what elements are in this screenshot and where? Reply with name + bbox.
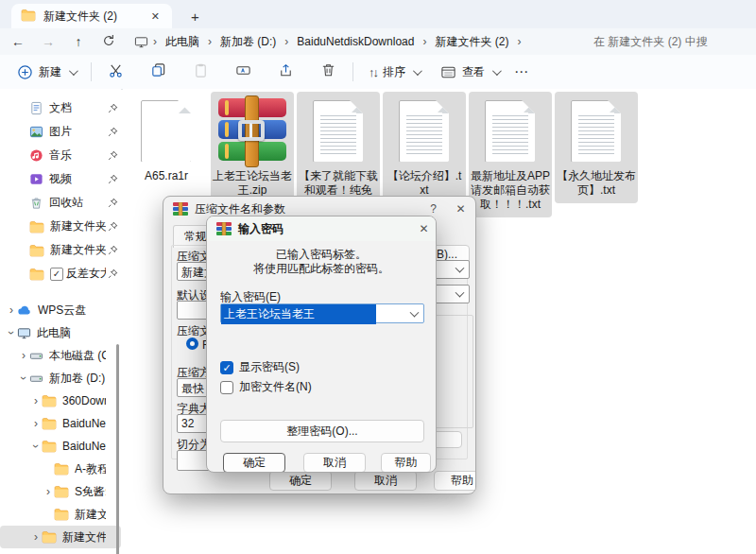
explorer-tab[interactable]: 新建文件夹 (2) ✕: [11, 4, 172, 28]
breadcrumb-item[interactable]: BaiduNetdiskDownload: [293, 33, 418, 50]
search-input[interactable]: 在 新建文件夹 (2) 中搜: [593, 34, 756, 50]
txt-file-icon: [469, 95, 552, 167]
show-password-label: 显示密码(S): [239, 359, 300, 375]
sidebar-item-label: 此电脑: [37, 325, 71, 341]
encrypt-names-checkbox[interactable]: [220, 381, 233, 394]
rename-button[interactable]: [227, 58, 260, 86]
share-button[interactable]: [269, 58, 302, 86]
video-icon: [29, 172, 43, 186]
view-button[interactable]: 查看: [433, 61, 507, 84]
cut-button[interactable]: [99, 58, 132, 86]
chevron-down-icon: [69, 66, 78, 76]
back-button[interactable]: ←: [6, 34, 30, 49]
archive-help-button[interactable]: 帮助: [434, 471, 476, 491]
password-close-icon[interactable]: ✕: [416, 221, 432, 237]
dialog-close-icon[interactable]: ✕: [453, 201, 469, 217]
sidebar-item-label: 回收站: [49, 195, 83, 211]
folder-icon: [54, 508, 69, 521]
blank-file-icon: [125, 95, 208, 167]
sidebar-item-label: 新建文件夹: [75, 507, 106, 523]
sidebar-item-本地磁盘-c-[interactable]: ›本地磁盘 (C:): [0, 344, 121, 367]
encrypt-names-row[interactable]: 加密文件名(N): [220, 379, 312, 395]
sort-button[interactable]: ↑↓ 排序: [361, 61, 427, 84]
archive-cancel-button[interactable]: 取消: [354, 471, 417, 491]
navigation-pane: ›文档›图片›音乐›视频›回收站›新建文件夹›新建文件夹 (›✓反差女大›WPS…: [0, 89, 121, 554]
copy-button[interactable]: [142, 58, 175, 86]
tree-chevron-icon[interactable]: ›: [43, 485, 54, 498]
tree-chevron-icon[interactable]: ›: [30, 530, 42, 544]
sidebar-item-label: BaiduNetdis: [62, 440, 106, 453]
sidebar-item-wps云盘[interactable]: ›WPS云盘: [0, 299, 121, 321]
sidebar-item-新加卷-d-[interactable]: ›新加卷 (D:): [0, 367, 121, 390]
tree-chevron-icon[interactable]: ›: [18, 349, 29, 362]
new-tab-button[interactable]: +: [185, 9, 205, 28]
show-password-row[interactable]: ✓ 显示密码(S): [220, 359, 300, 375]
file-item[interactable]: 【论坛介绍】.txt: [383, 92, 466, 203]
delete-button[interactable]: [312, 58, 345, 86]
pin-icon: [108, 268, 118, 282]
breadcrumb-item[interactable]: 此电脑: [162, 32, 203, 52]
copy-icon: [150, 62, 166, 81]
forward-button[interactable]: →: [36, 34, 60, 49]
sidebar-item-新建文件夹[interactable]: ›新建文件夹: [0, 503, 121, 526]
tree-chevron-icon[interactable]: ›: [30, 417, 42, 430]
up-button[interactable]: ↑: [66, 34, 91, 49]
folder-icon: [42, 417, 57, 430]
sidebar-item-s免酱爱lou[interactable]: ›S免酱爱LOU: [0, 480, 121, 503]
sidebar-item-此电脑[interactable]: ›此电脑: [0, 321, 121, 344]
format-radio-selected[interactable]: [186, 338, 198, 350]
share-icon: [278, 62, 294, 81]
sidebar-item-图片[interactable]: ›图片: [0, 120, 121, 144]
sidebar-item-baidunetdis[interactable]: ›BaiduNetdis: [0, 435, 121, 458]
winrar-icon: [216, 222, 232, 235]
encrypt-names-label: 加密文件名(N): [239, 379, 312, 395]
item-checkbox[interactable]: ✓: [50, 268, 63, 281]
chevron-down-icon: [410, 307, 420, 317]
chevron-down-icon: [413, 66, 422, 76]
breadcrumb-separator-icon: ›: [280, 35, 293, 48]
sidebar-item-a-教程文件[interactable]: ›A-教程文件: [0, 458, 121, 480]
pin-icon: [108, 150, 118, 164]
show-password-checkbox[interactable]: ✓: [220, 361, 233, 374]
view-icon: [440, 64, 456, 80]
command-toolbar: 新建 ↑↓ 排序 查看 ⋯: [0, 55, 756, 90]
sidebar-item-baidunetdis[interactable]: ›BaiduNetdis: [0, 412, 121, 435]
tree-chevron-icon[interactable]: ›: [6, 303, 17, 317]
sidebar-item-battle-net[interactable]: ›Battle.net: [0, 548, 121, 554]
sidebar-item-回收站[interactable]: ›回收站: [0, 191, 121, 215]
tree-chevron-icon[interactable]: ›: [17, 372, 30, 384]
file-item[interactable]: 【永久地址发布页】.txt: [555, 92, 638, 203]
sidebar-item-360downloa[interactable]: ›360Downloa: [0, 390, 121, 412]
music-icon: [29, 148, 43, 163]
organize-passwords-button[interactable]: 整理密码(O)...: [220, 420, 424, 442]
sidebar-item-音乐[interactable]: ›音乐: [0, 144, 121, 167]
file-item[interactable]: A65.ra1r: [125, 92, 208, 189]
sidebar-item-反差女大[interactable]: ›✓反差女大: [0, 262, 121, 286]
sidebar-item-视频[interactable]: ›视频: [0, 167, 121, 191]
file-item[interactable]: 上老王论坛当老王.zip: [211, 92, 294, 203]
pin-icon: [108, 221, 118, 234]
sidebar-item-文档[interactable]: ›文档: [0, 96, 121, 120]
more-options-button[interactable]: ⋯: [507, 63, 536, 80]
sidebar-item-新建文件夹[interactable]: ›新建文件夹: [0, 215, 121, 238]
tab-close-icon[interactable]: ✕: [148, 10, 163, 23]
password-help-button[interactable]: 帮助: [381, 453, 431, 473]
tree-chevron-icon[interactable]: ›: [29, 441, 43, 452]
password-dialog-titlebar[interactable]: 输入密码: [207, 216, 436, 241]
archive-ok-button[interactable]: 确定: [269, 471, 332, 491]
refresh-button[interactable]: [96, 34, 121, 50]
tree-chevron-icon[interactable]: ›: [30, 394, 42, 407]
sidebar-item-新建文件夹-[interactable]: ›新建文件夹 (: [0, 238, 121, 262]
sidebar-item-label: 反差女大: [66, 266, 106, 282]
breadcrumb-item[interactable]: 新建文件夹 (2): [431, 32, 512, 52]
password-ok-button[interactable]: 确定: [223, 453, 285, 473]
password-cancel-button[interactable]: 取消: [303, 453, 366, 473]
password-combobox[interactable]: 上老王论坛当老王: [220, 303, 424, 323]
sort-arrows-icon: ↑↓: [369, 65, 377, 79]
new-button[interactable]: 新建: [9, 61, 83, 84]
file-item[interactable]: 最新地址及APP请发邮箱自动获取！！！.txt: [469, 92, 552, 217]
tree-chevron-icon[interactable]: ›: [5, 327, 18, 338]
breadcrumb-item[interactable]: 新加卷 (D:): [216, 32, 280, 52]
sidebar-item-新建文件夹[interactable]: ›新建文件夹: [0, 526, 121, 548]
sidebar-scrollbar[interactable]: [116, 344, 119, 554]
